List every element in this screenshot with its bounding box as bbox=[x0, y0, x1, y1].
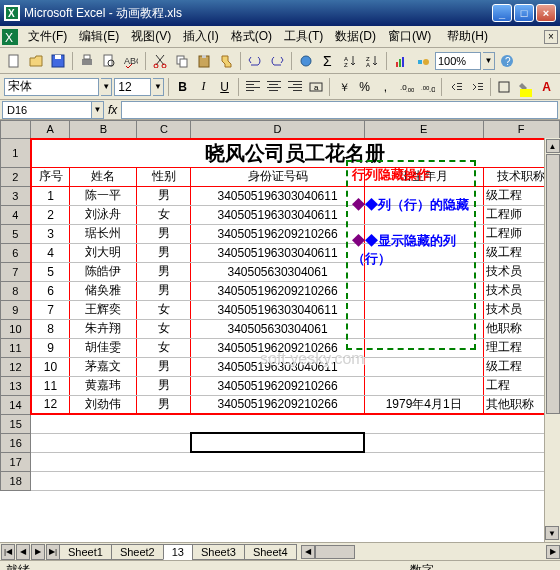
cell-name[interactable]: 陈皓伊 bbox=[70, 262, 137, 281]
size-combo[interactable]: 12 bbox=[114, 78, 150, 96]
cell-seq[interactable]: 7 bbox=[31, 300, 70, 319]
dec-indent-button[interactable] bbox=[446, 77, 465, 97]
menu-help[interactable]: 帮助(H) bbox=[441, 26, 494, 47]
title-cell[interactable]: 晓风公司员工花名册 bbox=[31, 139, 559, 168]
cell-sex[interactable]: 男 bbox=[137, 224, 191, 243]
cell-dob[interactable] bbox=[364, 319, 483, 338]
cut-button[interactable] bbox=[150, 51, 170, 71]
tab-next-button[interactable]: ▶ bbox=[31, 544, 45, 560]
scroll-left-icon[interactable]: ◀ bbox=[301, 545, 315, 559]
cell-name[interactable]: 刘劲伟 bbox=[70, 395, 137, 414]
cell-id[interactable]: 340505196303040611 bbox=[191, 243, 364, 262]
menu-format[interactable]: 格式(O) bbox=[225, 26, 278, 47]
copy-button[interactable] bbox=[172, 51, 192, 71]
bold-button[interactable]: B bbox=[173, 77, 192, 97]
preview-button[interactable] bbox=[99, 51, 119, 71]
underline-button[interactable]: U bbox=[215, 77, 234, 97]
sort-desc-button[interactable]: ZA bbox=[362, 51, 382, 71]
cell-seq[interactable]: 4 bbox=[31, 243, 70, 262]
scroll-down-icon[interactable]: ▼ bbox=[545, 526, 559, 540]
horizontal-scrollbar[interactable]: ◀ ▶ bbox=[301, 544, 560, 560]
zoom-dropdown-icon[interactable]: ▼ bbox=[483, 52, 495, 70]
cell-dob[interactable] bbox=[364, 224, 483, 243]
row-header[interactable]: 12 bbox=[1, 357, 31, 376]
row-header[interactable]: 13 bbox=[1, 376, 31, 395]
row-header[interactable]: 10 bbox=[1, 319, 31, 338]
italic-button[interactable]: I bbox=[194, 77, 213, 97]
cell-seq[interactable]: 5 bbox=[31, 262, 70, 281]
hdr-sex[interactable]: 性别 bbox=[137, 167, 191, 186]
cell-seq[interactable]: 11 bbox=[31, 376, 70, 395]
currency-button[interactable]: ￥ bbox=[334, 77, 353, 97]
row-header[interactable]: 14 bbox=[1, 395, 31, 414]
cell-id[interactable]: 340505630304061 bbox=[191, 262, 364, 281]
cell-id[interactable]: 340505196303040611 bbox=[191, 300, 364, 319]
cell-dob[interactable] bbox=[364, 262, 483, 281]
link-button[interactable] bbox=[296, 51, 316, 71]
new-button[interactable] bbox=[4, 51, 24, 71]
col-header-A[interactable]: A bbox=[31, 121, 70, 139]
col-header-F[interactable]: F bbox=[483, 121, 559, 139]
drawing-button[interactable] bbox=[413, 51, 433, 71]
scroll-thumb[interactable] bbox=[546, 154, 560, 414]
close-button[interactable]: × bbox=[536, 4, 556, 22]
cell-name[interactable]: 胡佳雯 bbox=[70, 338, 137, 357]
row-header[interactable]: 16 bbox=[1, 433, 31, 452]
cell-dob[interactable] bbox=[364, 281, 483, 300]
size-dropdown-icon[interactable]: ▼ bbox=[153, 78, 164, 96]
fx-icon[interactable]: fx bbox=[108, 103, 117, 117]
cell-name[interactable]: 朱卉翔 bbox=[70, 319, 137, 338]
sheet-tab[interactable]: Sheet1 bbox=[59, 544, 112, 560]
menu-view[interactable]: 视图(V) bbox=[125, 26, 177, 47]
cell[interactable] bbox=[31, 414, 559, 433]
cell-id[interactable]: 340505196303040611 bbox=[191, 205, 364, 224]
redo-button[interactable] bbox=[267, 51, 287, 71]
font-dropdown-icon[interactable]: ▼ bbox=[101, 78, 112, 96]
cell-sex[interactable]: 女 bbox=[137, 338, 191, 357]
row-header[interactable]: 2 bbox=[1, 167, 31, 186]
menu-file[interactable]: 文件(F) bbox=[22, 26, 73, 47]
row-header[interactable]: 6 bbox=[1, 243, 31, 262]
cell-sex[interactable]: 女 bbox=[137, 205, 191, 224]
cell-seq[interactable]: 6 bbox=[31, 281, 70, 300]
sort-asc-button[interactable]: AZ bbox=[340, 51, 360, 71]
col-header-B[interactable]: B bbox=[70, 121, 137, 139]
undo-button[interactable] bbox=[245, 51, 265, 71]
cell-dob[interactable] bbox=[364, 376, 483, 395]
doc-close-button[interactable]: × bbox=[544, 30, 558, 44]
inc-decimal-button[interactable]: .0.00 bbox=[397, 77, 416, 97]
paste-button[interactable] bbox=[194, 51, 214, 71]
sheet-tab[interactable]: Sheet2 bbox=[111, 544, 164, 560]
cell-seq[interactable]: 2 bbox=[31, 205, 70, 224]
format-painter-button[interactable] bbox=[216, 51, 236, 71]
cell-id[interactable]: 340505196209210266 bbox=[191, 281, 364, 300]
font-color-button[interactable]: A bbox=[537, 77, 556, 97]
cell-id[interactable]: 340505630304061 bbox=[191, 319, 364, 338]
cell-seq[interactable]: 1 bbox=[31, 186, 70, 205]
cell-dob[interactable] bbox=[364, 300, 483, 319]
cell-dob[interactable] bbox=[364, 357, 483, 376]
menu-window[interactable]: 窗口(W) bbox=[382, 26, 437, 47]
percent-button[interactable]: % bbox=[355, 77, 374, 97]
hdr-seq[interactable]: 序号 bbox=[31, 167, 70, 186]
sheet-tab-active[interactable]: 13 bbox=[163, 544, 193, 560]
cell[interactable] bbox=[31, 452, 559, 471]
row-header[interactable]: 3 bbox=[1, 186, 31, 205]
align-left-button[interactable] bbox=[243, 77, 262, 97]
chart-button[interactable] bbox=[391, 51, 411, 71]
row-header[interactable]: 1 bbox=[1, 139, 31, 168]
cell-name[interactable]: 储奂雅 bbox=[70, 281, 137, 300]
cell-seq[interactable]: 12 bbox=[31, 395, 70, 414]
tab-last-button[interactable]: ▶| bbox=[46, 544, 60, 560]
cell-name[interactable]: 琚长州 bbox=[70, 224, 137, 243]
cell-sex[interactable]: 女 bbox=[137, 300, 191, 319]
cell-dob[interactable] bbox=[364, 338, 483, 357]
namebox-dropdown-icon[interactable]: ▼ bbox=[92, 101, 104, 119]
maximize-button[interactable]: □ bbox=[514, 4, 534, 22]
border-button[interactable] bbox=[495, 77, 514, 97]
autosum-button[interactable]: Σ bbox=[318, 51, 338, 71]
scroll-right-icon[interactable]: ▶ bbox=[546, 545, 560, 559]
formula-input[interactable] bbox=[121, 101, 558, 119]
cell[interactable] bbox=[31, 433, 191, 452]
cell-dob[interactable]: 1979年4月1日 bbox=[364, 395, 483, 414]
